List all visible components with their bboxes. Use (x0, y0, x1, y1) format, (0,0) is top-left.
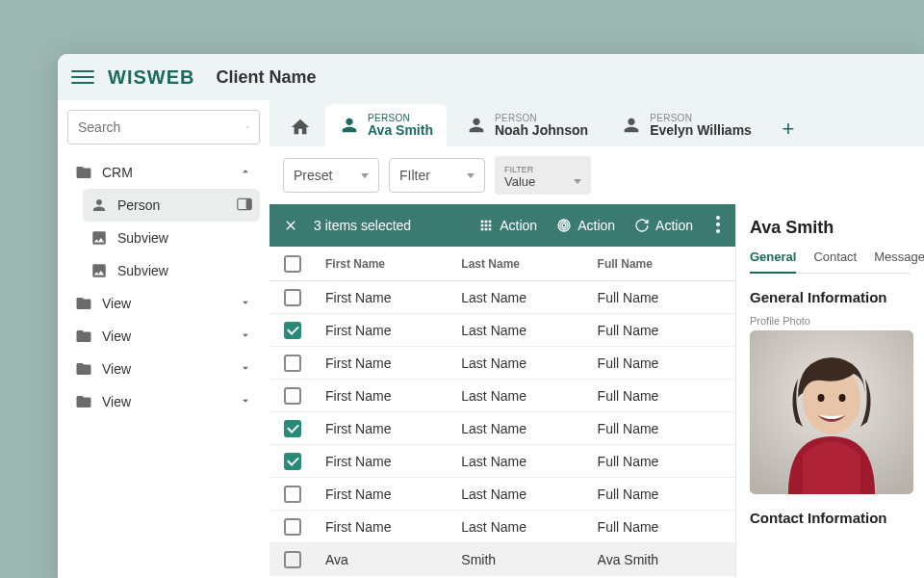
more-actions-button[interactable] (712, 216, 724, 236)
svg-point-5 (716, 216, 720, 220)
row-checkbox[interactable] (284, 387, 301, 405)
search-box[interactable] (67, 110, 260, 144)
cell-full-name: Full Name (588, 355, 735, 371)
tab-noah-johnson[interactable]: PERSONNoah Johnson (452, 104, 602, 146)
row-checkbox[interactable] (284, 453, 301, 470)
home-button[interactable] (281, 108, 320, 146)
search-input[interactable] (78, 119, 246, 135)
svg-point-7 (716, 229, 720, 233)
row-checkbox[interactable] (284, 289, 301, 306)
sidebar-item-person[interactable]: Person (83, 189, 260, 222)
add-tab-button[interactable]: + (771, 112, 806, 146)
filter-label: FIlter (399, 168, 430, 183)
title-bar: WISWEB Client Name (58, 54, 924, 100)
nav-label: View (102, 296, 131, 311)
column-header-last-name[interactable]: Last Name (451, 257, 587, 271)
svg-rect-1 (246, 198, 252, 209)
app-window: WISWEB Client Name CRMPersonSubviewSubvi… (58, 54, 924, 578)
chevron-up-icon (239, 165, 252, 181)
detail-tab-general[interactable]: General (750, 250, 796, 274)
cell-full-name: Full Name (588, 290, 735, 305)
row-checkbox[interactable] (284, 486, 301, 503)
table-body: First NameLast NameFull NameFirst NameLa… (270, 281, 735, 578)
table-row[interactable]: First NameLast NameFull Name (270, 347, 735, 380)
sidebar: CRMPersonSubviewSubviewViewViewViewView (58, 100, 270, 578)
hamburger-menu-button[interactable] (71, 66, 94, 89)
section-general-heading: General Information (750, 289, 911, 305)
profile-photo-label: Profile Photo (750, 315, 911, 327)
bulk-action-1[interactable]: Action (478, 218, 537, 233)
row-checkbox[interactable] (284, 518, 301, 536)
table-row[interactable]: First NameLast NameFull Name (270, 511, 735, 543)
svg-point-11 (839, 394, 846, 402)
person-icon (466, 115, 487, 136)
tab-ava-smith[interactable]: PERSONAva Smith (325, 104, 447, 146)
cell-first-name: First Name (316, 355, 451, 371)
table-row[interactable]: First NameLast NameFull Name (270, 445, 735, 478)
column-header-full-name[interactable]: Full Name (588, 257, 735, 271)
table-row[interactable]: First NameLast NameFull Name (270, 478, 735, 511)
table-row[interactable]: First NameLast NameFull Name (270, 314, 735, 347)
filter-value-block[interactable]: FILTER Value (495, 156, 591, 195)
bulk-action-3[interactable]: Action (634, 218, 693, 233)
app-logo: WISWEB (108, 66, 194, 89)
preset-dropdown[interactable]: Preset (283, 158, 379, 193)
nav-label: View (102, 394, 131, 409)
row-checkbox[interactable] (284, 322, 301, 339)
filter-block-value: Value (504, 174, 535, 189)
chevron-down-icon (239, 394, 252, 410)
sidebar-item-view[interactable]: View (67, 385, 260, 418)
detail-tab-messages[interactable]: Messages (874, 250, 924, 273)
select-all-checkbox[interactable] (284, 255, 301, 273)
bulk-action-2[interactable]: Action (556, 218, 615, 233)
sidebar-item-view[interactable]: View (67, 287, 260, 320)
cell-full-name: Full Name (588, 323, 735, 338)
cell-last-name: Last Name (451, 454, 587, 469)
close-icon (283, 218, 298, 233)
clear-selection-button[interactable] (281, 216, 300, 235)
sidebar-item-subview[interactable]: Subview (83, 254, 260, 287)
profile-photo[interactable] (750, 330, 913, 494)
table-row[interactable]: First NameLast NameFull Name (270, 380, 735, 412)
sidebar-item-crm[interactable]: CRM (67, 156, 260, 189)
cell-first-name: First Name (316, 388, 451, 404)
cell-last-name: Last Name (451, 355, 587, 371)
cell-full-name: Ava Smith (588, 552, 735, 567)
tab-bar: PERSONAva SmithPERSONNoah JohnsonPERSONE… (270, 100, 924, 146)
row-checkbox[interactable] (284, 355, 301, 372)
cell-last-name: Smith (451, 552, 587, 567)
detail-tabs: GeneralContactMessages (750, 250, 911, 274)
tab-evelyn-williams[interactable]: PERSONEvelyn Williams (607, 104, 765, 146)
sidebar-item-subview[interactable]: Subview (83, 222, 260, 254)
tab-name-label: Ava Smith (368, 123, 433, 138)
cell-first-name: First Name (316, 486, 451, 502)
selection-bar: 3 items selected Action Action (270, 204, 735, 247)
detail-tab-contact[interactable]: Contact (813, 250, 857, 273)
table-row[interactable]: AvaSmithAva Smith (270, 543, 735, 576)
cell-full-name: Full Name (588, 421, 735, 436)
row-checkbox[interactable] (284, 420, 301, 437)
cell-first-name: First Name (316, 519, 451, 535)
detail-title: Ava Smith (750, 218, 911, 238)
column-header-first-name[interactable]: First Name (316, 257, 451, 271)
nav-label: Subview (117, 263, 168, 278)
cell-first-name: Ava (316, 552, 451, 567)
cell-last-name: Last Name (451, 486, 587, 502)
table-row[interactable]: First NameLast NameFull Name (270, 281, 735, 314)
cell-full-name: Full Name (588, 454, 735, 469)
nav-label: View (102, 361, 131, 377)
sidebar-item-view[interactable]: View (67, 320, 260, 353)
svg-point-2 (562, 223, 566, 227)
cell-last-name: Last Name (451, 421, 587, 436)
row-checkbox[interactable] (284, 551, 301, 568)
svg-point-6 (716, 223, 720, 226)
filter-dropdown[interactable]: FIlter (389, 158, 485, 193)
chevron-down-icon (239, 296, 252, 312)
chevron-down-icon (467, 173, 475, 178)
cell-last-name: Last Name (451, 290, 587, 305)
svg-point-3 (560, 222, 568, 229)
table-row[interactable]: First NameLast NameFull Name (270, 412, 735, 445)
home-icon (290, 117, 311, 138)
cell-first-name: First Name (316, 290, 451, 305)
sidebar-item-view[interactable]: View (67, 353, 260, 385)
